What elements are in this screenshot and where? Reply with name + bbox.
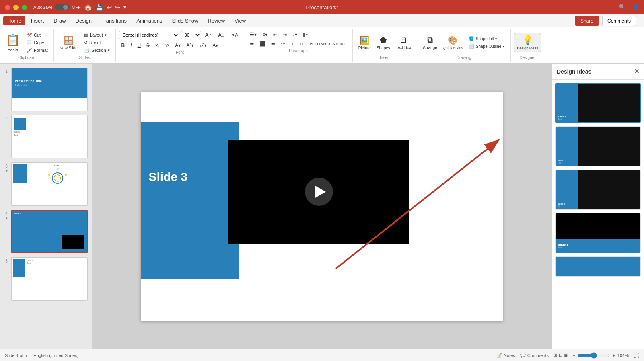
shapes-button[interactable]: ⬟ Shapes <box>374 34 393 52</box>
redo-icon[interactable]: ↪ <box>115 4 120 11</box>
slide-3-star: ★ <box>5 169 8 173</box>
search-icon[interactable]: 🔍 <box>619 4 626 10</box>
layout-button[interactable]: ▦ Layout ▾ <box>82 32 112 39</box>
align-right-button[interactable]: ➡ <box>269 40 278 48</box>
design-idea-card-2[interactable]: Slide 3 Text <box>555 126 641 166</box>
paste-button[interactable]: 📋 Paste <box>3 32 23 53</box>
font-size-select[interactable]: 36 <box>181 31 201 39</box>
menu-item-insert[interactable]: Insert <box>27 16 48 25</box>
slide-4-thumb[interactable]: Slide 3 <box>11 210 88 253</box>
slide-2-item[interactable]: 2 Slide 1 Text <box>3 114 88 159</box>
strikethrough-button[interactable]: S̶ <box>144 41 152 49</box>
decrease-indent-button[interactable]: ⇤ <box>271 31 280 39</box>
save-icon[interactable]: 💾 <box>95 4 103 11</box>
picture-button[interactable]: 🖼️ Picture <box>356 34 373 52</box>
line-spacing-button[interactable]: ↕▾ <box>290 31 300 39</box>
slide-2-thumb[interactable]: Slide 1 Text <box>11 115 88 158</box>
clear-format-button[interactable]: ✕A <box>228 31 241 39</box>
shape-fill-button[interactable]: 🪣 Shape Fill ▾ <box>466 35 507 42</box>
increase-indent-button[interactable]: ⇥ <box>280 31 289 39</box>
account-icon[interactable]: 👤 <box>632 4 639 10</box>
slide-video[interactable] <box>228 140 409 244</box>
slide-3-item[interactable]: 3 ★ Slide 2 Text ★ ★ <box>3 162 88 207</box>
home-icon[interactable]: 🏠 <box>84 4 92 11</box>
justify-button[interactable]: ⋯ <box>278 40 288 48</box>
reset-button[interactable]: ↺ Reset <box>82 39 112 46</box>
font-color-button[interactable]: A▾ <box>173 41 183 49</box>
shape-outline-button[interactable]: ⬜ Shape Outline ▾ <box>466 43 507 50</box>
align-text-button[interactable]: ↔ <box>297 40 307 48</box>
close-button[interactable] <box>5 5 10 10</box>
share-button[interactable]: Share <box>575 16 599 26</box>
superscript-button[interactable]: x² <box>163 41 172 49</box>
notes-label[interactable]: Notes <box>504 353 515 358</box>
design-panel-close[interactable]: ✕ <box>634 68 639 75</box>
menu-item-design[interactable]: Design <box>72 16 96 25</box>
slide-main-text[interactable]: Slide 3 <box>149 170 188 184</box>
fit-slide-icon[interactable]: ⛶ <box>634 352 639 359</box>
font-family-select[interactable]: Corbel (Headings) <box>119 31 179 39</box>
bullets-button[interactable]: ☰▾ <box>247 31 259 39</box>
section-button[interactable]: 📑 Section ▾ <box>82 47 112 54</box>
menu-item-review[interactable]: Review <box>204 16 229 25</box>
menu-item-animations[interactable]: Animations <box>132 16 166 25</box>
cut-button[interactable]: ✂️ Cut <box>24 32 50 39</box>
reading-view-icon[interactable]: ▣ <box>564 353 568 358</box>
shade-button[interactable]: A▾ <box>210 41 220 49</box>
font-decrease-button[interactable]: A↓ <box>216 31 227 39</box>
comments-button[interactable]: Comments <box>602 16 636 26</box>
new-slide-button[interactable]: 🪟 New Slide <box>57 34 80 52</box>
slide-4-num: 4 ★ <box>4 210 9 220</box>
arrange-button[interactable]: ⧉ Arrange <box>420 34 440 51</box>
autosave-toggle[interactable] <box>55 4 70 10</box>
menu-item-draw[interactable]: Draw <box>49 16 70 25</box>
numbering-button[interactable]: ≡▾ <box>260 31 270 39</box>
textbox-button[interactable]: 🖹 Text Box <box>393 34 414 51</box>
menu-item-home[interactable]: Home <box>3 16 25 25</box>
window-controls[interactable] <box>5 5 27 10</box>
play-button[interactable] <box>305 178 333 206</box>
minimize-button[interactable] <box>13 5 19 10</box>
menu-item-view[interactable]: View <box>230 16 250 25</box>
underline-button[interactable]: U <box>135 41 144 49</box>
menu-item-transitions[interactable]: Transitions <box>97 16 131 25</box>
slide-5-thumb[interactable]: Slide 4 Text <box>11 257 88 301</box>
design-idea-card-4[interactable]: Slide 3 Text <box>555 213 641 253</box>
design-idea-card-1[interactable]: Slide 3 Text <box>555 83 641 123</box>
text-size-button[interactable]: Aᴬ▾ <box>184 41 196 49</box>
normal-view-icon[interactable]: ⊞ <box>553 353 557 358</box>
design-idea-card-3[interactable]: Slide 3 Text <box>555 170 641 210</box>
copy-button[interactable]: 📄 Copy <box>24 39 50 46</box>
design-idea-card-5[interactable] <box>555 256 641 277</box>
convert-smartart-button[interactable]: ⟳ Convert to SmartArt <box>307 40 349 48</box>
format-button[interactable]: 🖌️ Format <box>24 47 50 54</box>
menu-item-slideshow[interactable]: Slide Show <box>168 16 202 25</box>
maximize-button[interactable] <box>22 5 27 10</box>
slide-4-item[interactable]: 4 ★ Slide 3 <box>3 209 88 254</box>
align-left-button[interactable]: ⬅ <box>247 40 256 48</box>
more-icon[interactable]: ▾ <box>123 4 126 10</box>
zoom-out-icon[interactable]: − <box>573 353 575 358</box>
align-center-button[interactable]: ⬛ <box>257 40 268 48</box>
slide-1-thumb[interactable]: Presentation Title Add a subtitle Slide … <box>11 68 88 111</box>
comments-status-label[interactable]: Comments <box>527 353 549 358</box>
italic-button[interactable]: I <box>128 41 134 49</box>
slide-3-thumb[interactable]: Slide 2 Text ★ ★ <box>11 162 88 206</box>
subscript-button[interactable]: x₂ <box>153 41 162 49</box>
columns-button[interactable]: ⫿▾ <box>300 31 310 39</box>
slide-5-item[interactable]: 5 Slide 4 Text <box>3 256 88 302</box>
comments-area[interactable]: 💬 Comments <box>520 353 549 358</box>
slide-sorter-icon[interactable]: ⊟ <box>559 353 562 358</box>
design-ideas-button[interactable]: 💡 Design Ideas <box>514 33 541 52</box>
quick-styles-button[interactable]: 🎨 Quick Styles <box>440 34 465 51</box>
text-direction-button[interactable]: ↕ <box>289 40 296 48</box>
notes-area[interactable]: 📝 Notes <box>496 353 515 358</box>
zoom-slider[interactable] <box>578 352 610 359</box>
slide-1-item[interactable]: 1 Presentation Title Add a subtitle Slid… <box>3 67 88 112</box>
highlight-button[interactable]: 🖊▾ <box>197 41 209 49</box>
undo-icon[interactable]: ↩ <box>107 4 112 11</box>
bold-button[interactable]: B <box>119 41 128 49</box>
font-increase-button[interactable]: A↑ <box>203 31 214 39</box>
zoom-in-icon[interactable]: + <box>612 353 615 358</box>
slide-canvas[interactable]: Slide 3 <box>141 92 503 321</box>
